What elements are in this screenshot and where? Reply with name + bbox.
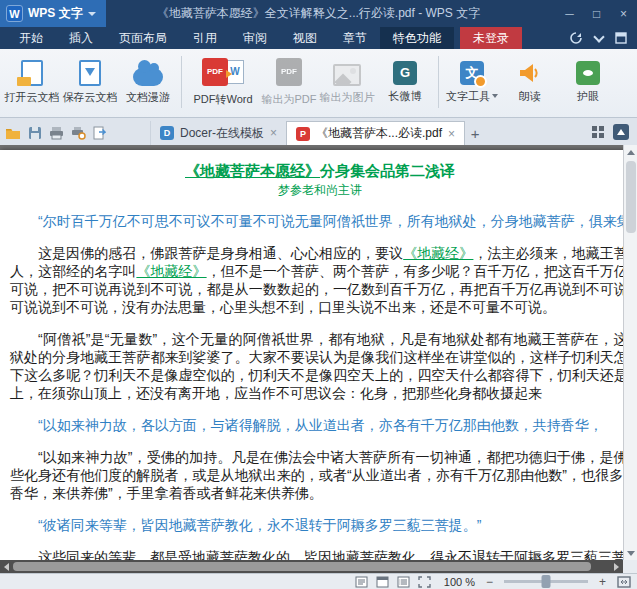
button-label: 朗读 xyxy=(519,89,541,104)
horizontal-scroll-thumb[interactable] xyxy=(13,562,591,571)
login-button[interactable]: 未登录 xyxy=(460,27,522,49)
horizontal-scrollbar[interactable] xyxy=(0,560,637,573)
pdf-badge-glyph: PDF xyxy=(276,58,302,86)
page-view-icon[interactable] xyxy=(355,576,368,588)
collapse-ribbon-icon[interactable] xyxy=(593,31,604,42)
status-bar-right: 100 % − + xyxy=(355,575,637,588)
pdf-page: 《地藏菩萨本愿经》分身集会品第二浅译 梦参老和尚主讲 “尔时百千万亿不可思不可议… xyxy=(0,150,637,560)
new-tab-button[interactable]: + xyxy=(465,121,485,145)
commentary-paragraph: “阿僧祇”是“无量数”，这个无量的阿僧祇世界，都有地狱，凡是有地狱处都有地藏王菩… xyxy=(10,330,637,402)
tab-insert[interactable]: 插入 xyxy=(56,27,106,49)
open-folder-icon[interactable] xyxy=(5,126,21,140)
inline-link[interactable]: 《地藏经》 xyxy=(403,245,473,261)
tab-list-icon[interactable] xyxy=(591,125,605,139)
web-view-icon[interactable] xyxy=(376,576,389,588)
zoom-in-button[interactable]: + xyxy=(596,575,609,588)
sutra-quote-paragraph: “以如来神力故，各以方面，与诸得解脱，从业道出者，亦各有千万亿那由他数，共持香华… xyxy=(10,416,637,434)
tab-home[interactable]: 开始 xyxy=(6,27,56,49)
export-pdf-button[interactable]: PDF 输出为PDF xyxy=(261,52,317,112)
tab-section[interactable]: 章节 xyxy=(330,27,380,49)
eye-protect-icon xyxy=(576,61,600,85)
print-icon[interactable] xyxy=(49,126,64,140)
button-label: 输出为PDF xyxy=(262,92,317,107)
eye-protect-button[interactable]: 护眼 xyxy=(560,52,616,112)
open-cloud-doc-button[interactable]: 打开云文档 xyxy=(4,52,60,112)
doc-tab-label: 《地藏菩萨本...必读.pdf xyxy=(316,125,442,142)
button-label: 保存云文档 xyxy=(63,90,118,105)
sync-icon[interactable] xyxy=(569,31,583,45)
zoom-level-label: 100 % xyxy=(439,576,475,588)
ribbon-separator xyxy=(181,56,182,108)
app-menu-button[interactable]: W WPS 文字 xyxy=(0,0,106,27)
wps-window: W WPS 文字 《地藏菩萨本愿经》全文详解释义之...行必读.pdf - WP… xyxy=(0,0,637,589)
tab-special-features[interactable]: 特色功能 xyxy=(380,27,454,49)
close-tab-icon[interactable]: × xyxy=(270,126,277,140)
fullscreen-icon[interactable] xyxy=(418,576,431,588)
minimize-button[interactable]: ─ xyxy=(556,4,583,24)
app-name-label: WPS 文字 xyxy=(28,5,83,22)
zoom-slider-thumb[interactable] xyxy=(542,575,551,588)
maximize-button[interactable]: □ xyxy=(583,4,610,24)
doc-roaming-button[interactable]: 文档漫游 xyxy=(120,52,176,112)
text-tool-button[interactable]: 文 文字工具 xyxy=(444,52,500,112)
scroll-up-icon[interactable] xyxy=(624,145,637,159)
ribbon-panel: 打开云文档 保存云文档 文档漫游 W PDF PDF转Word PDF 输出为P… xyxy=(0,49,637,118)
skin-icon[interactable] xyxy=(615,32,627,44)
doc-tab-label: Docer-在线模板 xyxy=(180,125,264,142)
close-button[interactable]: × xyxy=(610,4,637,24)
close-tab-icon[interactable]: × xyxy=(448,127,455,141)
scroll-right-icon[interactable] xyxy=(610,560,623,573)
ribbon-separator xyxy=(438,56,439,108)
tab-review[interactable]: 审阅 xyxy=(230,27,280,49)
doc-subheading: 梦参老和尚主讲 xyxy=(10,182,630,198)
wps-logo-icon: W xyxy=(6,5,23,22)
vertical-scrollbar[interactable] xyxy=(623,145,637,560)
pdf-to-word-icon: W PDF xyxy=(202,58,244,88)
button-label: PDF转Word xyxy=(193,92,252,107)
open-cloud-doc-icon xyxy=(21,60,43,86)
doc-tab-docer[interactable]: D Docer-在线模板 × xyxy=(150,121,286,145)
long-weibo-button[interactable]: G 长微博 xyxy=(377,52,433,112)
fit-page-icon[interactable] xyxy=(617,576,631,588)
tab-references[interactable]: 引用 xyxy=(180,27,230,49)
long-weibo-icon: G xyxy=(393,61,417,85)
doc-tab-pdf[interactable]: P 《地藏菩萨本...必读.pdf × xyxy=(286,121,465,145)
outline-view-icon[interactable] xyxy=(397,576,410,588)
export-image-icon xyxy=(333,64,361,86)
scrollbar-corner xyxy=(623,560,637,573)
pdf-file-icon: P xyxy=(296,127,310,141)
inline-link[interactable]: 《地藏经》 xyxy=(136,263,206,279)
window-controls: ─ □ × xyxy=(556,4,637,24)
zoom-out-button[interactable]: − xyxy=(483,575,496,588)
commentary-paragraph: 这是因佛的感召，佛跟菩萨是身身相通、心心相应的，要议《地藏经》，法主必须来，地藏… xyxy=(10,244,637,316)
button-label: 文档漫游 xyxy=(126,90,170,105)
zoom-slider[interactable] xyxy=(504,580,588,583)
pdf-badge-glyph: PDF xyxy=(202,58,228,86)
print-preview-icon[interactable] xyxy=(71,126,86,140)
ribbon-tab-bar-right xyxy=(569,27,637,49)
dropdown-arrow-icon xyxy=(492,94,498,98)
button-label: 长微博 xyxy=(389,89,422,104)
read-aloud-button[interactable]: 朗读 xyxy=(502,52,558,112)
save-cloud-doc-button[interactable]: 保存云文档 xyxy=(62,52,118,112)
save-cloud-doc-icon xyxy=(79,60,101,86)
sutra-quote-paragraph: “彼诸同来等辈，皆因地藏菩萨教化，永不退转于阿耨多罗三藐三菩提。” xyxy=(10,516,637,534)
document-viewport: 《地藏菩萨本愿经》分身集会品第二浅译 梦参老和尚主讲 “尔时百千万亿不可思不可议… xyxy=(0,145,637,560)
upgrade-icon[interactable] xyxy=(613,124,629,140)
document-tab-bar: D Docer-在线模板 × P 《地藏菩萨本...必读.pdf × + xyxy=(0,118,637,145)
export-pdf-icon: PDF xyxy=(268,58,310,88)
scroll-down-icon[interactable] xyxy=(624,546,637,560)
export-icon[interactable] xyxy=(93,126,106,140)
scroll-left-icon[interactable] xyxy=(0,560,13,573)
button-label: 输出为图片 xyxy=(320,90,375,105)
save-icon[interactable] xyxy=(28,126,42,140)
docer-icon: D xyxy=(160,126,174,140)
export-image-button[interactable]: 输出为图片 xyxy=(319,52,375,112)
doc-heading: 《地藏菩萨本愿经》分身集会品第二浅译 xyxy=(10,162,630,182)
tab-view[interactable]: 视图 xyxy=(280,27,330,49)
tab-page-layout[interactable]: 页面布局 xyxy=(106,27,180,49)
megaphone-icon xyxy=(517,61,543,85)
vertical-scroll-thumb[interactable] xyxy=(626,161,636,233)
pdf-to-word-button[interactable]: W PDF PDF转Word xyxy=(187,52,259,112)
commentary-paragraph: 这些同来的等辈，都是受地藏菩萨教化的，皆因地藏菩萨教化，得永不退转于阿耨多罗三藐… xyxy=(10,548,637,560)
